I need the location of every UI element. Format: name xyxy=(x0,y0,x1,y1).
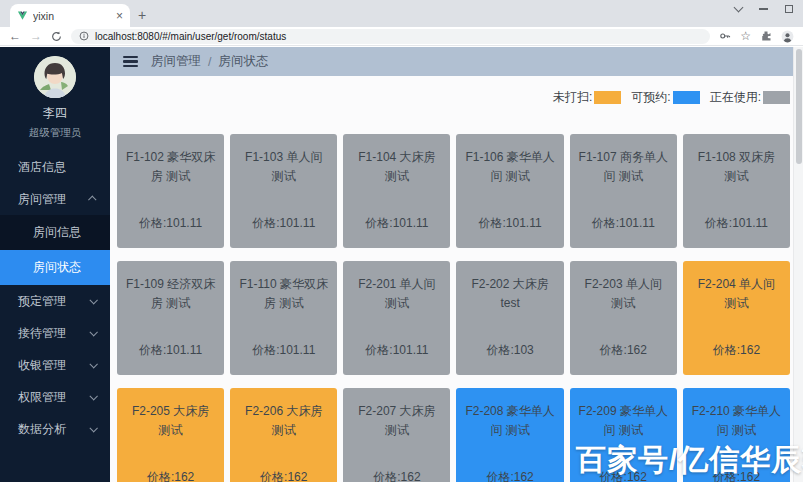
tab-search-chevron-icon[interactable] xyxy=(734,3,744,13)
room-status-content: 未打扫:可预约:正在使用: F1-102 豪华双床房 测试价格:101.11F1… xyxy=(110,76,803,482)
forward-icon[interactable]: → xyxy=(30,30,42,42)
user-role: 超级管理员 xyxy=(0,126,110,140)
scrollbar-thumb[interactable] xyxy=(796,49,802,164)
main-area: 房间管理 / 房间状态 未打扫:可预约:正在使用: F1-102 豪华双床房 测… xyxy=(110,47,803,482)
toolbar-right: ☆ xyxy=(719,30,794,43)
room-name: F1-103 单人间 测试 xyxy=(238,148,329,185)
sidebar-item[interactable]: 酒店信息 xyxy=(0,151,110,183)
room-card[interactable]: F2-201 单人间 测试价格:101.11 xyxy=(343,261,450,375)
chevron-down-icon xyxy=(89,360,97,368)
collapse-menu-icon[interactable] xyxy=(123,56,138,68)
breadcrumb-separator: / xyxy=(208,55,211,69)
room-price: 价格:101.11 xyxy=(464,215,555,232)
room-card[interactable]: F1-108 双床房 测试价格:101.11 xyxy=(683,134,790,248)
room-card[interactable]: F1-109 经济双床房 测试价格:101.11 xyxy=(117,261,224,375)
room-price: 价格:101.11 xyxy=(691,215,782,232)
room-name: F1-108 双床房 测试 xyxy=(691,148,782,185)
chevron-down-icon xyxy=(89,328,97,336)
room-price: 价格:101.11 xyxy=(238,342,329,359)
legend-label: 未打扫: xyxy=(553,89,592,106)
room-card[interactable]: F1-107 商务单人间 测试价格:101.11 xyxy=(570,134,677,248)
room-card[interactable]: F1-102 豪华双床房 测试价格:101.11 xyxy=(117,134,224,248)
tab-strip: yixin × + xyxy=(0,0,803,27)
room-name: F2-201 单人间 测试 xyxy=(351,275,442,312)
key-icon[interactable] xyxy=(719,30,731,42)
room-name: F2-206 大床房 测试 xyxy=(238,402,329,439)
breadcrumb-room-status[interactable]: 房间状态 xyxy=(218,53,268,70)
browser-tab[interactable]: yixin × xyxy=(10,4,130,27)
sidebar-item-label: 房间管理 xyxy=(18,191,66,208)
legend-swatch-in_use xyxy=(763,91,790,104)
room-name: F2-204 单人间 测试 xyxy=(691,275,782,312)
sidebar-subitem[interactable]: 房间信息 xyxy=(0,215,110,250)
browser-window: yixin × + ← → localhost:8080/#/main/user… xyxy=(0,0,803,482)
room-price: 价格:101.11 xyxy=(125,342,216,359)
browser-toolbar: ← → localhost:8080/#/main/user/get/room/… xyxy=(0,27,803,46)
room-card[interactable]: F1-110 豪华双床房 测试价格:101.11 xyxy=(230,261,337,375)
address-bar[interactable]: localhost:8080/#/main/user/get/room/stat… xyxy=(71,29,710,44)
room-name: F2-209 豪华单人间 测试 xyxy=(578,402,669,439)
room-price: 价格:162 xyxy=(578,342,669,359)
extensions-puzzle-icon[interactable] xyxy=(760,30,772,42)
tab-title: yixin xyxy=(33,10,111,22)
sidebar-item-label: 酒店信息 xyxy=(18,159,66,176)
chevron-up-icon xyxy=(88,195,96,203)
sidebar-item[interactable]: 房间管理 xyxy=(0,183,110,215)
breadcrumb-room-management[interactable]: 房间管理 xyxy=(151,53,201,70)
room-name: F2-210 豪华单人间 测试 xyxy=(691,402,782,439)
room-price: 价格:162 xyxy=(691,342,782,359)
room-name: F2-208 豪华单人间 测试 xyxy=(464,402,555,439)
room-card[interactable]: F2-204 单人间 测试价格:162 xyxy=(683,261,790,375)
room-name: F1-107 商务单人间 测试 xyxy=(578,148,669,185)
room-card[interactable]: F2-202 大床房 test价格:103 xyxy=(456,261,563,375)
room-card[interactable]: F1-104 大床房 测试价格:101.11 xyxy=(343,134,450,248)
room-card[interactable]: F2-203 单人间 测试价格:162 xyxy=(570,261,677,375)
sidebar-item-label: 权限管理 xyxy=(18,389,66,406)
room-name: F2-205 大床房 测试 xyxy=(125,402,216,439)
user-avatar xyxy=(34,56,76,98)
legend-swatch-dirty xyxy=(594,91,621,104)
sidebar-item[interactable]: 预定管理 xyxy=(0,285,110,317)
minimize-icon[interactable] xyxy=(759,8,768,9)
sidebar-subitem-label: 房间信息 xyxy=(33,224,81,241)
tab-close-icon[interactable]: × xyxy=(116,10,123,22)
legend-label: 可预约: xyxy=(631,89,670,106)
room-price: 价格:162 xyxy=(464,469,555,482)
sidebar-subitem-label: 房间状态 xyxy=(33,259,81,276)
breadcrumb: 房间管理 / 房间状态 xyxy=(151,53,268,70)
new-tab-button[interactable]: + xyxy=(138,8,146,22)
page-scrollbar[interactable] xyxy=(793,47,803,482)
bookmark-star-icon[interactable]: ☆ xyxy=(740,30,751,42)
sidebar-subitem[interactable]: 房间状态 xyxy=(0,250,110,285)
room-name: F1-109 经济双床房 测试 xyxy=(125,275,216,312)
sidebar: 李四 超级管理员 酒店信息房间管理房间信息房间状态预定管理接待管理收银管理权限管… xyxy=(0,47,110,482)
status-legend: 未打扫:可预约:正在使用: xyxy=(117,90,790,105)
sidebar-item[interactable]: 收银管理 xyxy=(0,349,110,381)
user-name: 李四 xyxy=(0,105,110,122)
main-topbar: 房间管理 / 房间状态 xyxy=(110,47,803,76)
room-price: 价格:162 xyxy=(125,469,216,482)
room-price: 价格:101.11 xyxy=(125,215,216,232)
room-price: 价格:101.11 xyxy=(578,215,669,232)
room-card[interactable]: F2-206 大床房 测试价格:162 xyxy=(230,388,337,482)
room-card[interactable]: F2-205 大床房 测试价格:162 xyxy=(117,388,224,482)
room-card[interactable]: F2-207 大床房 测试价格:162 xyxy=(343,388,450,482)
room-name: F1-102 豪华双床房 测试 xyxy=(125,148,216,185)
room-price: 价格:101.11 xyxy=(351,342,442,359)
room-price: 价格:103 xyxy=(464,342,555,359)
back-icon[interactable]: ← xyxy=(9,30,21,42)
sidebar-item[interactable]: 接待管理 xyxy=(0,317,110,349)
sidebar-item[interactable]: 数据分析 xyxy=(0,413,110,445)
room-card[interactable]: F2-208 豪华单人间 测试价格:162 xyxy=(456,388,563,482)
site-info-icon[interactable] xyxy=(79,31,89,41)
legend-swatch-bookable xyxy=(673,91,700,104)
chevron-down-icon xyxy=(89,424,97,432)
room-card[interactable]: F1-106 豪华单人间 测试价格:101.11 xyxy=(456,134,563,248)
maximize-icon[interactable] xyxy=(785,5,793,13)
reload-icon[interactable] xyxy=(51,31,62,42)
chevron-down-icon xyxy=(89,392,97,400)
room-price: 价格:101.11 xyxy=(238,215,329,232)
room-card[interactable]: F1-103 单人间 测试价格:101.11 xyxy=(230,134,337,248)
profile-avatar-icon[interactable] xyxy=(781,30,794,43)
sidebar-item[interactable]: 权限管理 xyxy=(0,381,110,413)
